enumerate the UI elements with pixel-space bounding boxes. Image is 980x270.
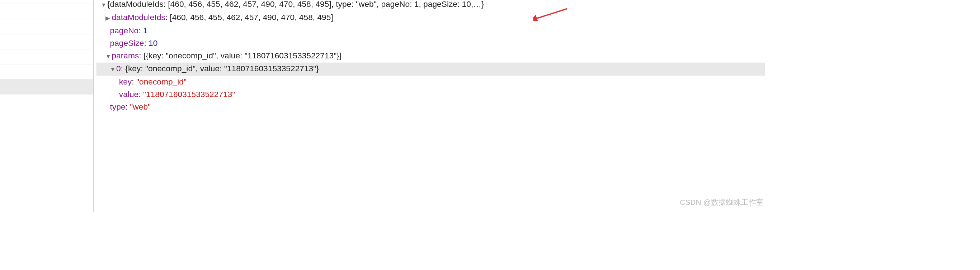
- request-row[interactable]: benificialInfo: [0, 19, 93, 35]
- tree-params[interactable]: ▼params: [{key: "onecomp_id", value: "11…: [97, 49, 765, 63]
- tree-root[interactable]: ▼{dataModuleIds: [460, 456, 455, 462, 45…: [97, 0, 765, 11]
- tree-pageno[interactable]: pageNo: 1: [97, 24, 765, 37]
- tree-type[interactable]: type: "web": [97, 101, 765, 114]
- request-row[interactable]: companyDetailCardBatch: [0, 79, 93, 95]
- request-list: ddhomenav2019ddhomefoot2019category3beni…: [0, 0, 93, 212]
- tree-pagesize[interactable]: pageSize: 10: [97, 37, 765, 49]
- request-list-panel: 名称 ddhomenav2019ddhomefoot2019category3b…: [0, 0, 94, 212]
- tree-datamoduleids[interactable]: ▶dataModuleIds: [460, 456, 455, 462, 457…: [97, 11, 765, 24]
- tree-params-0[interactable]: ▼0: {key: "onecomp_id", value: "11807160…: [97, 63, 765, 76]
- request-row[interactable]: category3: [0, 4, 93, 19]
- request-row[interactable]: ddhomefoot2019: [0, 0, 93, 4]
- request-row[interactable]: companyDetailCardBatch: [0, 65, 93, 79]
- tree-params-0-key[interactable]: key: "onecomp_id": [97, 76, 765, 88]
- payload-tree: 请求载荷 查看源代码 ▼{dataModuleIds: [460, 456, 4…: [94, 0, 770, 118]
- request-row[interactable]: id2Name: [0, 35, 93, 49]
- request-row[interactable]: similarityV2: [0, 49, 93, 65]
- request-detail-panel: × 标头 载荷 预览 响应 启动器 时间 Cookie 请求载荷 查看源代码 ▼…: [94, 0, 770, 212]
- tree-params-0-value[interactable]: value: "1180716031533522713": [97, 88, 765, 101]
- watermark: CSDN @数据蜘蛛工作室: [680, 197, 764, 208]
